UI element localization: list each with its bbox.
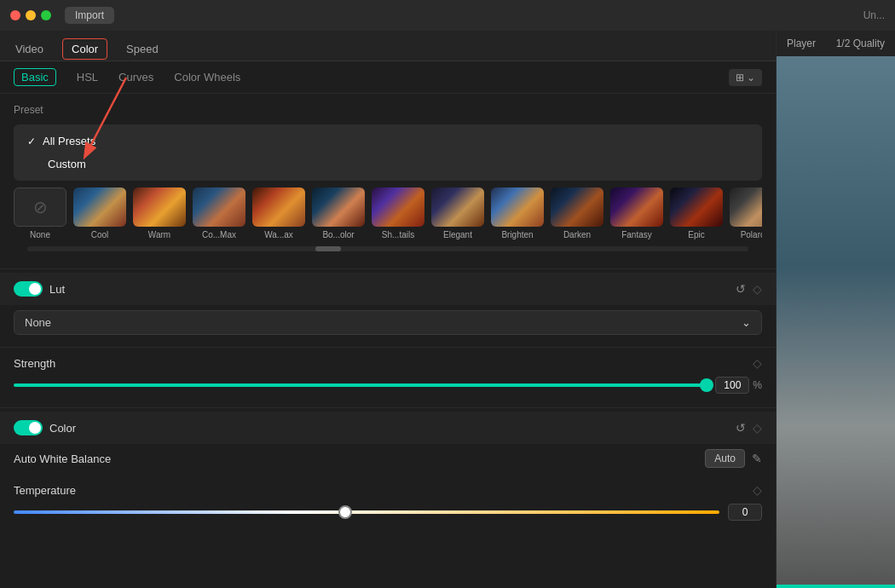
preset-dropdown[interactable]: ✓ All Presets Custom — [14, 124, 762, 181]
tab-curves[interactable]: Curves — [118, 71, 153, 84]
color-label: Color — [49, 422, 76, 435]
minimize-button[interactable] — [26, 10, 36, 20]
preset-wamax[interactable]: Wa...ax — [252, 187, 305, 239]
view-toggle-button[interactable]: ⊞ ⌄ — [729, 69, 762, 86]
lut-actions: ↺ ◇ — [736, 282, 762, 296]
sub-tab-bar: Basic HSL Curves Color Wheels ⊞ ⌄ — [0, 61, 776, 94]
preset-thumb-none: ⊘ — [14, 187, 66, 227]
preset-none-label: None — [30, 230, 50, 239]
tab-color-wheels[interactable]: Color Wheels — [174, 71, 240, 84]
right-panel: Player 1/2 Quality — [776, 31, 895, 588]
preset-comax[interactable]: Co...Max — [193, 187, 245, 239]
tab-color[interactable]: Color — [62, 38, 107, 60]
preset-thumb-shtails — [372, 187, 424, 227]
awb-auto-button[interactable]: Auto — [705, 449, 745, 468]
preset-epic[interactable]: Epic — [670, 187, 723, 239]
strength-slider-row: 100 % — [14, 377, 762, 394]
tab-video[interactable]: Video — [14, 37, 45, 61]
strength-slider[interactable] — [14, 383, 707, 387]
temperature-diamond-icon[interactable]: ◇ — [753, 483, 762, 497]
divider-1 — [0, 268, 776, 269]
preset-thumb-fantasy — [610, 187, 663, 227]
preset-boolor-label: Bo...olor — [322, 230, 354, 239]
strength-actions: ◇ — [753, 356, 762, 370]
left-panel: Video Color Speed Basic HSL Curves Color… — [0, 31, 776, 588]
preset-fantasy[interactable]: Fantasy — [610, 187, 663, 239]
strength-value[interactable]: 100 — [715, 377, 749, 394]
preset-darken-label: Darken — [563, 230, 591, 239]
titlebar: Import Un... — [0, 0, 895, 31]
preset-thumb-boolor — [312, 187, 365, 227]
lut-reset-icon[interactable]: ↺ — [736, 282, 746, 296]
content-area: Preset ✓ All Presets Custom — [0, 94, 776, 588]
preset-thumb-epic — [670, 187, 723, 227]
color-section: Color ↺ ◇ — [0, 412, 776, 444]
preset-comax-label: Co...Max — [202, 230, 236, 239]
import-button[interactable]: Import — [65, 7, 114, 24]
strength-unit: % — [753, 379, 762, 391]
tab-speed[interactable]: Speed — [124, 37, 160, 61]
preset-thumb-darken — [551, 187, 603, 227]
awb-right: Auto ✎ — [705, 449, 762, 468]
preset-cool-label: Cool — [91, 230, 109, 239]
player-header: Player 1/2 Quality — [777, 31, 895, 56]
awb-section: Auto White Balance Auto ✎ — [0, 444, 776, 478]
lut-chevron-icon: ⌄ — [742, 316, 751, 329]
player-preview — [777, 56, 895, 585]
color-reset-icon[interactable]: ↺ — [736, 421, 746, 435]
lut-label: Lut — [49, 283, 65, 296]
preset-thumb-wamax — [252, 187, 305, 227]
preset-cool[interactable]: Cool — [73, 187, 126, 239]
temperature-label: Temperature — [14, 484, 76, 497]
preset-shtails[interactable]: Sh...tails — [372, 187, 424, 239]
temperature-thumb[interactable] — [338, 505, 352, 519]
strength-value-row: 100 % — [715, 377, 762, 394]
awb-pencil-icon[interactable]: ✎ — [752, 452, 762, 465]
color-toggle[interactable] — [14, 420, 43, 435]
preset-epic-label: Epic — [688, 230, 704, 239]
preset-scrollbar-thumb[interactable] — [315, 246, 341, 251]
temperature-slider[interactable] — [14, 510, 719, 514]
strength-thumb[interactable] — [700, 378, 713, 392]
temperature-actions: ◇ — [753, 483, 762, 497]
strength-diamond-icon[interactable]: ◇ — [753, 356, 762, 370]
color-actions: ↺ ◇ — [736, 421, 762, 435]
tab-basic[interactable]: Basic — [14, 68, 56, 86]
lut-toggle[interactable] — [14, 281, 43, 297]
lut-diamond-icon[interactable]: ◇ — [753, 282, 762, 296]
preset-darken[interactable]: Darken — [551, 187, 603, 239]
lut-select[interactable]: None ⌄ — [14, 310, 762, 335]
maximize-button[interactable] — [41, 10, 51, 20]
temperature-value[interactable]: 0 — [728, 504, 762, 521]
preset-option-custom-label: Custom — [48, 158, 86, 170]
preset-option-all[interactable]: ✓ All Presets — [14, 130, 762, 153]
preset-scrollbar[interactable] — [27, 246, 748, 251]
preset-option-custom[interactable]: Custom — [14, 153, 762, 176]
preset-none[interactable]: ⊘ None — [14, 187, 66, 239]
preset-fantasy-label: Fantasy — [621, 230, 652, 239]
lut-select-value: None — [25, 316, 51, 329]
preset-elegant-label: Elegant — [443, 230, 472, 239]
color-diamond-icon[interactable]: ◇ — [753, 421, 762, 435]
strength-header: Strength ◇ — [14, 356, 762, 370]
quality-label: 1/2 Quality — [836, 37, 885, 49]
preset-brighten[interactable]: Brighten — [491, 187, 544, 239]
color-label-group: Color — [14, 420, 76, 435]
player-timeline-bar — [777, 585, 895, 588]
strength-section: Strength ◇ 100 % — [0, 351, 776, 404]
player-label: Player — [787, 37, 816, 49]
preset-brighten-label: Brighten — [501, 230, 533, 239]
preset-polaroid[interactable]: Polaroid — [730, 187, 762, 239]
preset-polaroid-label: Polaroid — [741, 230, 762, 239]
main-tab-bar: Video Color Speed — [0, 31, 776, 61]
close-button[interactable] — [10, 10, 20, 20]
tab-hsl[interactable]: HSL — [77, 71, 98, 84]
preset-boolor[interactable]: Bo...olor — [312, 187, 365, 239]
preset-thumb-warm — [133, 187, 186, 227]
traffic-lights — [10, 10, 51, 20]
temperature-slider-row: 0 — [14, 504, 762, 521]
preset-warm[interactable]: Warm — [133, 187, 186, 239]
preset-elegant[interactable]: Elegant — [431, 187, 484, 239]
preset-thumb-elegant — [431, 187, 484, 227]
preset-warm-label: Warm — [148, 230, 170, 239]
